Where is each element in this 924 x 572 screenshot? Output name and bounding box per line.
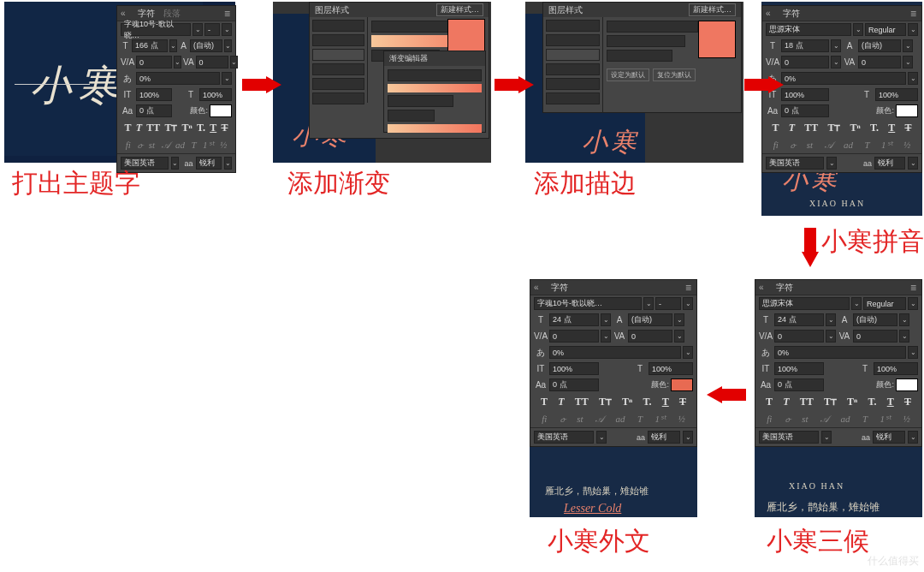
tracking-icon: VA bbox=[183, 57, 194, 67]
tab-paragraph[interactable]: 段落 bbox=[163, 8, 181, 20]
ls-effect-item[interactable] bbox=[312, 20, 364, 32]
caption-1: 打出主题字 bbox=[12, 166, 140, 201]
baseline-icon: Aa bbox=[121, 106, 134, 116]
antialias-field[interactable]: 锐利 bbox=[196, 157, 222, 170]
stroke-swatch[interactable] bbox=[698, 21, 736, 58]
caption-5: 小寒外文 bbox=[548, 524, 650, 559]
arrow-icon bbox=[242, 79, 268, 91]
color-swatch[interactable] bbox=[896, 378, 918, 391]
color-swatch[interactable] bbox=[210, 104, 232, 117]
lesser-cold-text: Lesser Cold bbox=[564, 502, 621, 515]
font-size-field[interactable]: 166 点 bbox=[132, 39, 168, 52]
caption-6: 小寒三候 bbox=[767, 524, 869, 559]
caption-2: 添加渐变 bbox=[287, 166, 390, 201]
kerning-field[interactable]: 0 bbox=[136, 56, 172, 69]
hscale-icon: T bbox=[184, 90, 198, 99]
vscale-field[interactable]: 100% bbox=[136, 88, 172, 101]
layer-style-dialog-stroke[interactable]: 图层样式新建样式… 设定为默认 复位为默认 bbox=[542, 2, 742, 113]
close-icon[interactable]: « bbox=[121, 9, 126, 18]
caption-3: 添加描边 bbox=[534, 166, 637, 201]
font-size-icon: T bbox=[766, 41, 779, 51]
new-style-button[interactable]: 新建样式… bbox=[436, 3, 483, 16]
thumb-step3: 小寒 图层样式新建样式… 设定为默认 复位为默认 bbox=[525, 2, 743, 163]
set-default-button[interactable]: 设定为默认 bbox=[607, 69, 649, 81]
pinyin-text: XIAO HAN bbox=[809, 199, 865, 208]
chevron-down-icon[interactable]: ⌄ bbox=[222, 23, 232, 36]
hscale-field[interactable]: 100% bbox=[199, 88, 232, 101]
leading-icon: A bbox=[179, 41, 188, 51]
color-label: 颜色: bbox=[190, 105, 208, 116]
font-size-icon: T bbox=[121, 41, 130, 51]
watermark: 什么值得买 bbox=[868, 554, 919, 569]
font-family-field[interactable]: 思源宋体 bbox=[766, 23, 851, 36]
arrow-icon bbox=[720, 389, 746, 401]
arrow-icon bbox=[495, 79, 520, 91]
character-panel-1[interactable]: « 字符 段落 ≡ 字魂10号-歌以晓… ⌄ - ⌄ T 166 点 ⌄ A (… bbox=[116, 5, 236, 173]
character-panel-4[interactable]: « 字符 ≡ 思源宋体 ⌄ Regular ⌄ T 18 点 ⌄ A (自动) … bbox=[761, 5, 922, 173]
font-style-field[interactable]: Regular bbox=[865, 23, 906, 36]
panel-menu-icon[interactable]: ≡ bbox=[224, 8, 230, 20]
arrow-icon bbox=[804, 228, 816, 253]
ratio-field[interactable]: 0% bbox=[136, 72, 220, 85]
vscale-icon: IT bbox=[121, 90, 134, 99]
reset-default-button[interactable]: 复位为默认 bbox=[653, 69, 696, 81]
color-swatch[interactable] bbox=[671, 378, 693, 391]
opentype-buttons[interactable]: fi𝓸st𝒜adT1ˢᵗ½ bbox=[117, 137, 235, 153]
font-style-field[interactable]: - bbox=[204, 23, 220, 36]
baseline-field[interactable]: 0 点 bbox=[136, 104, 172, 117]
layer-style-dialog-gradient[interactable]: 图层样式新建样式… 渐变编辑器 bbox=[309, 2, 489, 139]
tab-character[interactable]: 字符 bbox=[138, 8, 155, 20]
art-text-xiaohan: 小寒 bbox=[30, 58, 126, 113]
caption-4: 小寒拼音 bbox=[821, 224, 924, 259]
thumb-step2: 小寒 图层样式新建样式… 渐变编辑器 bbox=[273, 2, 491, 163]
sanhou-text: 雁北乡，鹊始巢，雉始雊 bbox=[767, 500, 880, 515]
color-swatch[interactable] bbox=[896, 104, 918, 117]
kerning-icon: V/A bbox=[121, 57, 134, 67]
type-style-buttons[interactable]: TTTTTᴛTⁿT.TT bbox=[117, 119, 235, 137]
ratio-icon: あ bbox=[121, 73, 134, 85]
aa-label: aa bbox=[184, 159, 192, 168]
leading-field[interactable]: (自动) bbox=[190, 39, 222, 52]
chevron-down-icon[interactable]: ⌄ bbox=[192, 23, 203, 36]
character-panel-6[interactable]: « 字符 ≡ 思源宋体 ⌄ Regular ⌄ T 24 点 ⌄ A (自动) … bbox=[755, 279, 922, 447]
art-text-xiaohan: 小寒 bbox=[582, 125, 640, 160]
gradient-editor[interactable]: 渐变编辑器 bbox=[383, 51, 486, 133]
font-family-field[interactable]: 字魂10号-歌以晓… bbox=[121, 23, 191, 36]
tracking-field[interactable]: 0 bbox=[196, 56, 228, 69]
arrow-icon bbox=[744, 79, 770, 91]
character-panel-5[interactable]: « 字符 ≡ 字魂10号-歌以晓… ⌄ - ⌄ T 24 点 ⌄ A (自动) … bbox=[530, 279, 697, 447]
